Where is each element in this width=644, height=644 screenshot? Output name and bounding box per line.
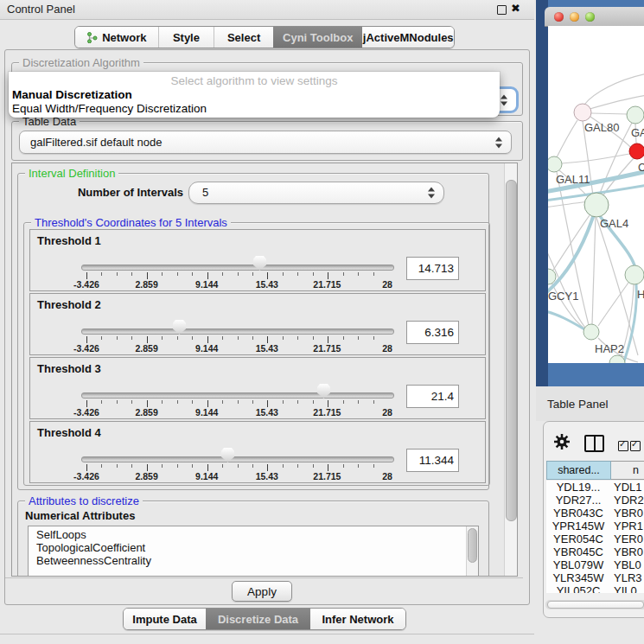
tab-cyni-toolbox[interactable]: Cyni Toolbox: [273, 27, 363, 48]
screen: Control Panel ✖ Network Style Select Cyn…: [0, 0, 644, 644]
cyni-bottom-tabbar: Impute Data Discretize Data Infer Networ…: [123, 608, 406, 630]
threshold-coordinates-group: Threshold's Coordinates for 5 Intervals …: [23, 222, 490, 486]
table-panel-header: Table Panel: [536, 386, 644, 421]
list-item-betweennesscentrality[interactable]: BetweennessCentrality: [29, 554, 478, 567]
threshold-3-label: Threshold 3: [37, 362, 101, 375]
threshold-3-slider-track[interactable]: [81, 392, 394, 399]
threshold-2-slider-track[interactable]: [81, 328, 394, 335]
tab-network[interactable]: Network: [75, 27, 158, 48]
threshold-2-tick-labels: -3.426 2.859 9.144 15.43 21.715 28: [86, 343, 387, 354]
float-window-icon[interactable]: [497, 5, 507, 15]
threshold-1-value-field[interactable]: 14.713: [406, 257, 459, 280]
node-gcy1[interactable]: [548, 269, 556, 284]
table-data-group: Table Data galFiltered.sif default node: [11, 121, 523, 161]
table-panel: shared... n YDL19...YDL1 YDR27...YDR2 YB…: [543, 421, 644, 618]
table-row[interactable]: YLR345WYLR3: [546, 571, 644, 584]
control-panel-tabbar: Network Style Select Cyni Toolbox jActiv…: [74, 26, 455, 48]
node-label-gal80: GAL80: [584, 121, 619, 134]
minimize-traffic-light-icon[interactable]: [570, 12, 579, 22]
number-of-intervals-label: Number of Intervals: [54, 186, 183, 199]
table-row[interactable]: YBL079WYBL0: [546, 558, 644, 571]
threshold-3-tick-labels: -3.426 2.859 9.144 15.43 21.715 28: [86, 407, 387, 418]
table-row[interactable]: YBR045CYBR0: [546, 545, 644, 558]
network-graph: GAL80 GA C GAL11 GAL4 GCY1 H HAP2: [548, 26, 644, 363]
gear-icon[interactable]: [554, 434, 570, 450]
node-ga[interactable]: [627, 106, 644, 124]
column-header-name[interactable]: n: [611, 461, 644, 480]
option-manual-discretization[interactable]: Manual Discretization: [12, 88, 132, 101]
tab-style[interactable]: Style: [158, 27, 214, 48]
node-label-ga: GA: [631, 126, 644, 139]
table-row[interactable]: YPR145WYPR1: [546, 520, 644, 532]
threshold-2-panel: Threshold 2 -3.426 2.859 9.144 15.43 21.…: [29, 293, 486, 355]
threshold-4-panel: Threshold 4 -3.426 2.859 9.144 15.43 21.…: [29, 421, 486, 483]
tab-select[interactable]: Select: [214, 27, 273, 48]
tab-jactivemnodules[interactable]: jActiveMNodules: [362, 27, 454, 48]
node-gal11[interactable]: [548, 156, 562, 172]
checkbox-filter-icon-2[interactable]: [630, 441, 641, 451]
algorithm-placeholder: Select algorithm to view settings: [9, 74, 500, 87]
table-data-combobox[interactable]: galFiltered.sif default node: [19, 131, 512, 154]
settings-scrollbar-thumb[interactable]: [506, 180, 517, 521]
zoom-traffic-light-icon[interactable]: [585, 12, 595, 22]
threshold-4-slider-track[interactable]: [81, 456, 394, 462]
threshold-4-label: Threshold 4: [37, 426, 101, 439]
node-gal4[interactable]: [584, 193, 609, 217]
tab-impute-data[interactable]: Impute Data: [124, 609, 206, 629]
attributes-group-title: Attributes to discretize: [25, 494, 143, 507]
checkbox-filter-icon[interactable]: [618, 441, 628, 451]
threshold-3-value-field[interactable]: 21.4: [406, 385, 459, 408]
node-hap2[interactable]: [583, 324, 599, 340]
settings-scrollbar[interactable]: [504, 163, 517, 576]
node-red-selected[interactable]: [629, 143, 644, 159]
node-label-gcy1: GCY1: [548, 290, 578, 303]
threshold-4-tick-labels: -3.426 2.859 9.144 15.43 21.715 28: [86, 471, 387, 481]
apply-button[interactable]: Apply: [232, 581, 292, 602]
table-row[interactable]: YBR043CYBR0: [546, 507, 644, 520]
tab-infer-network[interactable]: Infer Network: [310, 609, 405, 629]
list-item-selfloops[interactable]: SelfLoops: [29, 526, 478, 541]
table-row[interactable]: YER054CYER0: [546, 532, 644, 545]
split-view-icon[interactable]: [584, 435, 604, 452]
table-header-row: shared... n: [546, 461, 644, 480]
node-label-h: H: [637, 288, 644, 301]
table-hscrollbar[interactable]: [545, 600, 644, 609]
threshold-1-label: Threshold 1: [37, 234, 101, 247]
network-icon: [86, 32, 98, 43]
attributes-list-scrollbar[interactable]: [466, 526, 478, 577]
network-view-window: GAL80 GA C GAL11 GAL4 GCY1 H HAP2: [536, 0, 644, 386]
node-label-gal4: GAL4: [600, 217, 628, 230]
attributes-group: Attributes to discretize Numerical Attri…: [17, 501, 489, 577]
node-h[interactable]: [625, 265, 644, 284]
threshold-3-panel: Threshold 3 -3.426 2.859 9.144 15.43 21.…: [29, 357, 486, 419]
numerical-attributes-list: SelfLoops TopologicalCoefficient Between…: [28, 526, 479, 577]
table-data-combobox-value: galFiltered.sif default node: [30, 136, 162, 149]
threshold-4-value-field[interactable]: 11.344: [406, 449, 459, 472]
table-body: YDL19...YDL1 YDR27...YDR2 YBR043CYBR0 YP…: [546, 481, 644, 593]
threshold-2-label: Threshold 2: [37, 298, 101, 311]
node-gal80[interactable]: [574, 104, 591, 121]
table-row[interactable]: YDL19...YDL1: [546, 481, 644, 494]
table-row[interactable]: YDR27...YDR2: [546, 494, 644, 507]
node-label-gal11: GAL11: [556, 173, 590, 186]
threshold-2-value-field[interactable]: 6.316: [406, 321, 459, 344]
discretization-algorithm-title: Discretization Algorithm: [19, 56, 143, 69]
close-icon[interactable]: ✖: [511, 2, 520, 15]
number-of-intervals-spinner[interactable]: 5: [188, 182, 444, 204]
settings-scrollpane: Interval Definition Number of Intervals …: [11, 163, 518, 577]
network-window-titlebar[interactable]: [545, 7, 644, 27]
list-item-topologicalcoefficient[interactable]: TopologicalCoefficient: [29, 541, 478, 554]
column-header-shared-name[interactable]: shared...: [546, 461, 611, 480]
spinner-arrows-icon: [428, 188, 435, 199]
threshold-1-tick-labels: -3.426 2.859 9.144 15.43 21.715 28: [86, 279, 387, 290]
network-canvas[interactable]: GAL80 GA C GAL11 GAL4 GCY1 H HAP2: [548, 26, 644, 363]
threshold-1-slider-track[interactable]: [81, 265, 394, 271]
table-row[interactable]: YIL052CYIL0: [546, 584, 644, 593]
apply-divider: [5, 577, 523, 578]
option-equal-width-frequency[interactable]: Equal Width/Frequency Discretization: [12, 102, 207, 115]
combo-arrows-icon: [495, 137, 502, 148]
close-traffic-light-icon[interactable]: [554, 12, 564, 22]
table-hscrollbar-thumb[interactable]: [547, 601, 644, 609]
tab-discretize-data[interactable]: Discretize Data: [206, 609, 310, 629]
panel-title: Control Panel: [7, 3, 75, 16]
